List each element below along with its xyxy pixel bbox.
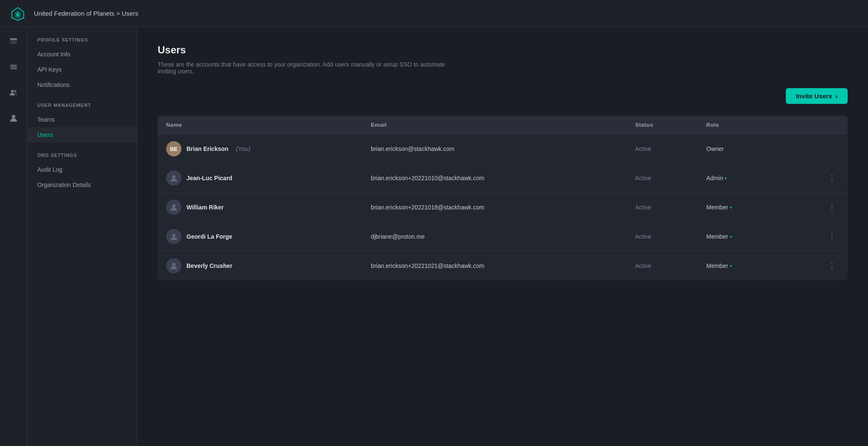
- user-role-cell: Member ▾: [698, 251, 784, 281]
- role-label: Admin: [707, 175, 723, 181]
- sidebar-item-users[interactable]: Users: [27, 127, 137, 142]
- col-actions: [784, 116, 848, 134]
- user-role-cell: Member ▾: [698, 193, 784, 222]
- role-label: Member: [707, 204, 728, 211]
- role-dropdown[interactable]: Member ▾: [707, 262, 732, 269]
- app-logo[interactable]: [8, 4, 27, 23]
- chevron-down-icon: ▾: [730, 264, 732, 268]
- main-content: Users These are the accounts that have a…: [137, 27, 868, 446]
- status-badge: Active: [635, 262, 651, 269]
- invite-users-button[interactable]: Invite Users ›: [786, 88, 848, 104]
- more-menu-button[interactable]: ⋮: [825, 259, 839, 272]
- users-group-icon[interactable]: [6, 85, 21, 100]
- table-header: Name Email Status Role: [158, 116, 848, 134]
- breadcrumb: United Federation of Planets > Users: [34, 10, 138, 17]
- status-badge: Active: [635, 233, 651, 240]
- user-avatar: [166, 229, 181, 244]
- chevron-right-icon: ›: [835, 92, 837, 100]
- menu-icon[interactable]: [6, 59, 21, 75]
- svg-rect-5: [10, 43, 17, 44]
- invite-users-label: Invite Users: [796, 92, 832, 100]
- org-settings-section: ORG SETTINGS Audit Log Organization Deta…: [27, 153, 137, 192]
- sidebar: PROFILE SETTINGS Account Info API Keys N…: [27, 27, 137, 446]
- profile-settings-label: PROFILE SETTINGS: [27, 37, 137, 47]
- role-label: Member: [707, 233, 728, 240]
- user-email: brian.erickson+20221018@stackhawk.com: [371, 204, 484, 211]
- page-title: Users: [158, 44, 848, 56]
- users-list: BE Brian Erickson (You) brian.erickson@s…: [158, 134, 848, 281]
- user-status-cell: Active: [627, 251, 698, 281]
- user-actions-cell: ⋮: [784, 251, 848, 281]
- person-icon[interactable]: [6, 110, 21, 125]
- role-dropdown[interactable]: Member ▾: [707, 204, 732, 211]
- sidebar-item-api-keys[interactable]: API Keys: [27, 62, 137, 77]
- user-avatar: [166, 258, 181, 273]
- topbar: United Federation of Planets > Users: [0, 0, 868, 27]
- user-name-cell: Beverly Crusher: [158, 251, 362, 281]
- user-avatar: [166, 170, 181, 186]
- col-name: Name: [158, 116, 362, 134]
- svg-rect-4: [10, 41, 17, 42]
- table-row: William Riker brian.erickson+20221018@st…: [158, 193, 848, 222]
- user-display-name: Beverly Crusher: [186, 262, 232, 269]
- user-status-cell: Active: [627, 164, 698, 193]
- user-email-cell: djbriane@proton.me: [362, 222, 626, 251]
- user-email-cell: brian.erickson+20221010@stackhawk.com: [362, 164, 626, 193]
- user-name-cell: William Riker: [158, 193, 362, 222]
- more-menu-button[interactable]: ⋮: [825, 172, 839, 184]
- user-display-name: William Riker: [186, 204, 224, 211]
- user-actions-cell: [784, 134, 848, 164]
- profile-settings-section: PROFILE SETTINGS Account Info API Keys N…: [27, 37, 137, 92]
- user-role-cell: Member ▾: [698, 222, 784, 251]
- svg-rect-7: [10, 67, 17, 67]
- user-management-label: USER MANAGEMENT: [27, 103, 137, 112]
- chevron-down-icon: ▾: [730, 234, 732, 239]
- user-actions-cell: ⋮: [784, 222, 848, 251]
- user-email-cell: brian.erickson+20221018@stackhawk.com: [362, 193, 626, 222]
- role-dropdown[interactable]: Admin ▾: [707, 175, 727, 181]
- user-email: brian.erickson+20221021@stackhawk.com: [371, 262, 484, 269]
- user-avatar: BE: [166, 141, 181, 156]
- user-email-cell: brian.erickson@stackhawk.com: [362, 134, 626, 164]
- status-badge: Active: [635, 204, 651, 211]
- svg-point-11: [12, 115, 15, 118]
- svg-rect-6: [10, 65, 17, 66]
- user-email: brian.erickson@stackhawk.com: [371, 145, 454, 152]
- sidebar-item-account-info[interactable]: Account Info: [27, 47, 137, 62]
- table-row: BE Brian Erickson (You) brian.erickson@s…: [158, 134, 848, 164]
- user-avatar: [166, 200, 181, 215]
- sidebar-item-notifications[interactable]: Notifications: [27, 77, 137, 92]
- user-display-name: Jean-Luc Picard: [186, 175, 232, 181]
- user-actions-cell: ⋮: [784, 193, 848, 222]
- more-menu-button[interactable]: ⋮: [825, 201, 839, 214]
- more-menu-button[interactable]: ⋮: [825, 230, 839, 243]
- role-label: Owner: [707, 145, 724, 152]
- user-role-cell: Owner: [698, 134, 784, 164]
- sidebar-item-audit-log[interactable]: Audit Log: [27, 162, 137, 177]
- svg-point-12: [172, 175, 175, 178]
- table-row: Geordi La Forge djbriane@proton.me Activ…: [158, 222, 848, 251]
- sidebar-item-organization-details[interactable]: Organization Details: [27, 177, 137, 192]
- table-row: Beverly Crusher brian.erickson+20221021@…: [158, 251, 848, 281]
- svg-point-9: [11, 90, 14, 92]
- page-description: These are the accounts that have access …: [158, 61, 454, 75]
- layers-icon[interactable]: [6, 34, 21, 49]
- user-role-cell: Admin ▾: [698, 164, 784, 193]
- table-row: Jean-Luc Picard brian.erickson+20221010@…: [158, 164, 848, 193]
- current-page: Users: [122, 10, 138, 17]
- svg-point-14: [172, 234, 175, 237]
- col-role: Role: [698, 116, 784, 134]
- svg-point-15: [172, 263, 175, 266]
- user-status-cell: Active: [627, 222, 698, 251]
- org-settings-label: ORG SETTINGS: [27, 153, 137, 162]
- svg-point-13: [172, 204, 175, 208]
- role-label: Member: [707, 262, 728, 269]
- user-management-section: USER MANAGEMENT Teams Users: [27, 103, 137, 142]
- sidebar-item-teams[interactable]: Teams: [27, 112, 137, 127]
- role-dropdown[interactable]: Member ▾: [707, 233, 732, 240]
- chevron-down-icon: ▾: [730, 205, 732, 210]
- user-email: djbriane@proton.me: [371, 233, 425, 240]
- breadcrumb-separator: >: [116, 10, 122, 17]
- status-badge: Active: [635, 175, 651, 181]
- svg-rect-8: [10, 68, 17, 69]
